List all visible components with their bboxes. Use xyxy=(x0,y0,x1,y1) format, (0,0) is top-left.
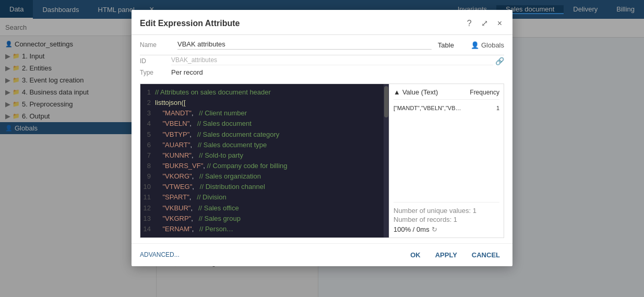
modal-overlay: Edit Expression Attribute ? ⤢ × Name VBA… xyxy=(0,0,644,297)
footer-buttons: OK APPLY CANCEL xyxy=(406,249,504,261)
code-line-7: 7 "KUNNR", // Sold-to party xyxy=(140,150,384,161)
code-line-2: 2 listtojson([ xyxy=(140,98,384,108)
value-panel-header: ▲ Value (Text) Frequency xyxy=(393,88,499,100)
name-label: Name xyxy=(140,41,171,49)
person-icon: 👤 xyxy=(471,41,479,49)
type-label: Type xyxy=(140,69,171,76)
globals-label: 👤 Globals xyxy=(471,41,504,49)
value-panel: ▲ Value (Text) Frequency ["MANDT","VBELN… xyxy=(389,84,504,237)
unique-values-stat: Number of unique values: 1 xyxy=(393,207,499,215)
records-stat: Number of records: 1 xyxy=(393,216,499,223)
value-count: 1 xyxy=(496,105,499,111)
value-row-1: ["MANDT","VBELN","VB… 1 xyxy=(393,103,499,113)
refresh-icon[interactable]: ↻ xyxy=(432,225,437,233)
frequency-label: Frequency xyxy=(470,89,499,96)
code-line-3: 3 "MANDT", // Client number xyxy=(140,108,384,118)
code-line-1: 1 // Attributes on sales document header xyxy=(140,87,384,98)
apply-button[interactable]: APPLY xyxy=(431,249,461,261)
code-line-12: 12 "VKBUR", // Sales office xyxy=(140,203,384,213)
code-line-13: 13 "VKGRP", // Sales group xyxy=(140,213,384,224)
table-label: Table xyxy=(438,41,454,49)
value-text: ["MANDT","VBELN","VB… xyxy=(393,105,461,111)
id-label: ID xyxy=(140,57,171,65)
cancel-button[interactable]: CANCEL xyxy=(468,249,504,261)
expand-button[interactable]: ⤢ xyxy=(479,17,490,29)
code-line-5: 5 "VBTYP", // Sales document category xyxy=(140,129,384,140)
modal-footer: ADVANCED... OK APPLY CANCEL xyxy=(132,243,512,266)
type-value: Per record xyxy=(171,68,203,76)
id-row: ID VBAK_attributes 🔗 xyxy=(140,56,504,65)
modal-header-icons: ? ⤢ × xyxy=(465,17,504,29)
ok-button[interactable]: OK xyxy=(406,249,425,261)
editor-scrollbar[interactable] xyxy=(384,84,389,237)
editor-area: 1 // Attributes on sales document header… xyxy=(140,84,504,238)
modal-title: Edit Expression Attribute xyxy=(140,19,465,28)
type-row: Type Per record xyxy=(140,68,504,76)
value-stats: Number of unique values: 1 Number of rec… xyxy=(393,202,499,233)
link-icon: 🔗 xyxy=(495,57,504,65)
code-line-14: 14 "ERNAM", // Person… xyxy=(140,224,384,234)
edit-expression-modal: Edit Expression Attribute ? ⤢ × Name VBA… xyxy=(132,10,512,266)
name-value: VBAK attributes xyxy=(177,40,432,50)
code-line-11: 11 "SPART", // Division xyxy=(140,192,384,203)
modal-close-button[interactable]: × xyxy=(495,18,504,29)
id-value: VBAK_attributes xyxy=(171,56,493,65)
scrollbar-thumb xyxy=(384,86,388,117)
help-button[interactable]: ? xyxy=(465,18,474,29)
triangle-up-icon: ▲ xyxy=(393,88,400,96)
code-line-8: 8 "BUKRS_VF", // Company code for billin… xyxy=(140,161,384,171)
code-line-10: 10 "VTWEG", // Distribution channel xyxy=(140,182,384,192)
code-line-4: 4 "VBELN", // Sales document xyxy=(140,118,384,129)
code-editor[interactable]: 1 // Attributes on sales document header… xyxy=(140,84,384,237)
name-row: Name VBAK attributes Table 👤 Globals xyxy=(140,40,504,50)
modal-body: Name VBAK attributes Table 👤 Globals ID … xyxy=(132,35,512,243)
code-line-9: 9 "VKORG", // Sales organization xyxy=(140,171,384,182)
progress-stat: 100% / 0ms ↻ xyxy=(393,225,499,233)
modal-header: Edit Expression Attribute ? ⤢ × xyxy=(132,10,512,35)
value-panel-title-icon: ▲ Value (Text) xyxy=(393,88,438,96)
advanced-link[interactable]: ADVANCED... xyxy=(140,251,180,258)
code-line-6: 6 "AUART", // Sales document type xyxy=(140,140,384,150)
